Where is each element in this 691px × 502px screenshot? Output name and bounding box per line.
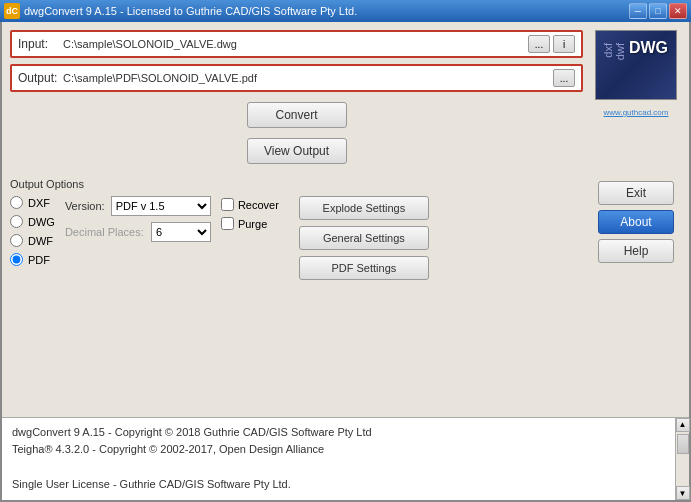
version-label: Version:: [65, 200, 105, 212]
general-settings-button[interactable]: General Settings: [299, 226, 429, 250]
recover-checkbox-input[interactable]: [221, 198, 234, 211]
settings-col: Explode Settings General Settings PDF Se…: [299, 196, 429, 280]
purge-checkbox[interactable]: Purge: [221, 217, 279, 230]
app-icon: dC: [4, 3, 20, 19]
logo-dxf-text: dxf: [602, 43, 614, 58]
help-button[interactable]: Help: [598, 239, 674, 263]
right-panel: dxf dwf DWG www.guthcad.com Exit About H…: [591, 30, 681, 409]
status-line-2: Teigha® 4.3.2.0 - Copyright © 2002-2017,…: [12, 441, 679, 459]
decimal-label: Decimal Places:: [65, 226, 145, 238]
output-options-title: Output Options: [10, 178, 583, 190]
output-browse-button[interactable]: ...: [553, 69, 575, 87]
radio-pdf[interactable]: PDF: [10, 253, 55, 266]
pdf-settings-button[interactable]: PDF Settings: [299, 256, 429, 280]
right-buttons: Exit About Help: [598, 181, 674, 263]
exit-button[interactable]: Exit: [598, 181, 674, 205]
logo-dwg-text: DWG: [629, 39, 668, 57]
vertical-scrollbar[interactable]: ▲ ▼: [675, 418, 689, 500]
status-line-3: [12, 459, 679, 477]
main-window: Input: ... i Output: ... Convert View Ou…: [0, 22, 691, 502]
convert-button[interactable]: Convert: [247, 102, 347, 128]
version-select[interactable]: PDF v 1.5 PDF v 1.0 PDF v 1.1 PDF v 1.2 …: [111, 196, 211, 216]
scroll-down-arrow[interactable]: ▼: [676, 486, 690, 500]
minimize-button[interactable]: ─: [629, 3, 647, 19]
radio-dwf[interactable]: DWF: [10, 234, 55, 247]
title-buttons: ─ □ ✕: [629, 3, 687, 19]
input-info-button[interactable]: i: [553, 35, 575, 53]
input-row: Input: ... i: [10, 30, 583, 58]
decimal-select[interactable]: 6 2 3 4 5 8: [151, 222, 211, 242]
title-text: dwgConvert 9 A.15 - Licensed to Guthrie …: [24, 5, 357, 17]
decimal-row: Decimal Places: 6 2 3 4 5 8: [65, 222, 211, 242]
title-bar: dC dwgConvert 9 A.15 - Licensed to Guthr…: [0, 0, 691, 22]
output-options: Output Options DXF DWG: [10, 178, 583, 280]
logo-dwf-text: dwf: [614, 43, 626, 60]
input-browse-button[interactable]: ...: [528, 35, 550, 53]
view-output-button[interactable]: View Output: [247, 138, 347, 164]
format-radio-group: DXF DWG DWF PDF: [10, 196, 55, 266]
maximize-button[interactable]: □: [649, 3, 667, 19]
scroll-thumb[interactable]: [677, 434, 689, 454]
action-buttons: Convert: [10, 102, 583, 128]
close-button[interactable]: ✕: [669, 3, 687, 19]
radio-dxf-input[interactable]: [10, 196, 23, 209]
output-row: Output: ...: [10, 64, 583, 92]
status-bar: dwgConvert 9 A.15 - Copyright © 2018 Gut…: [2, 417, 689, 500]
status-line-1: dwgConvert 9 A.15 - Copyright © 2018 Gut…: [12, 424, 679, 442]
logo-url: www.guthcad.com: [604, 108, 669, 117]
checkbox-col: Recover Purge: [221, 198, 279, 230]
purge-checkbox-input[interactable]: [221, 217, 234, 230]
status-line-4: Single User License - Guthrie CAD/GIS So…: [12, 476, 679, 494]
logo-box: dxf dwf DWG: [595, 30, 677, 100]
content-area: Input: ... i Output: ... Convert View Ou…: [2, 22, 689, 417]
radio-dwg-input[interactable]: [10, 215, 23, 228]
scroll-up-arrow[interactable]: ▲: [676, 418, 690, 432]
options-area: DXF DWG DWF PDF: [10, 196, 583, 280]
radio-pdf-input[interactable]: [10, 253, 23, 266]
about-button[interactable]: About: [598, 210, 674, 234]
version-row: Version: PDF v 1.5 PDF v 1.0 PDF v 1.1 P…: [65, 196, 211, 216]
view-output-row: View Output: [10, 138, 583, 164]
radio-dwf-input[interactable]: [10, 234, 23, 247]
purge-label: Purge: [238, 218, 267, 230]
input-field[interactable]: [63, 38, 524, 50]
left-panel: Input: ... i Output: ... Convert View Ou…: [10, 30, 583, 409]
input-label: Input:: [18, 37, 63, 51]
explode-settings-button[interactable]: Explode Settings: [299, 196, 429, 220]
radio-dwg[interactable]: DWG: [10, 215, 55, 228]
recover-checkbox[interactable]: Recover: [221, 198, 279, 211]
version-col: Version: PDF v 1.5 PDF v 1.0 PDF v 1.1 P…: [65, 196, 211, 242]
status-text: dwgConvert 9 A.15 - Copyright © 2018 Gut…: [12, 424, 679, 494]
output-field[interactable]: [63, 72, 549, 84]
radio-dxf[interactable]: DXF: [10, 196, 55, 209]
output-label: Output:: [18, 71, 63, 85]
recover-label: Recover: [238, 199, 279, 211]
